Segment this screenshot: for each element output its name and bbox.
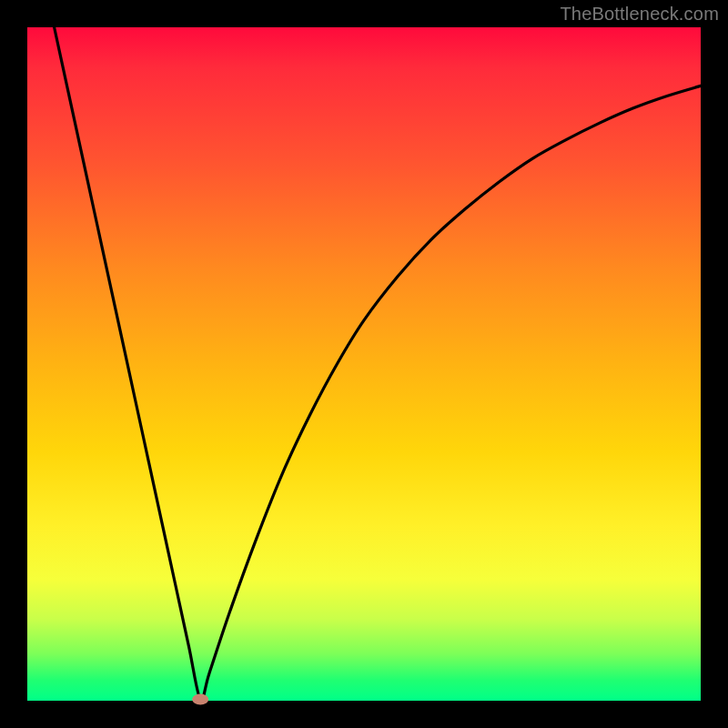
chart-frame: TheBottleneck.com [0, 0, 728, 728]
watermark-text: TheBottleneck.com [560, 4, 719, 25]
optimum-marker [192, 694, 208, 705]
plot-area [27, 27, 701, 701]
bottleneck-curve-svg [27, 27, 701, 701]
bottleneck-curve [55, 27, 701, 700]
